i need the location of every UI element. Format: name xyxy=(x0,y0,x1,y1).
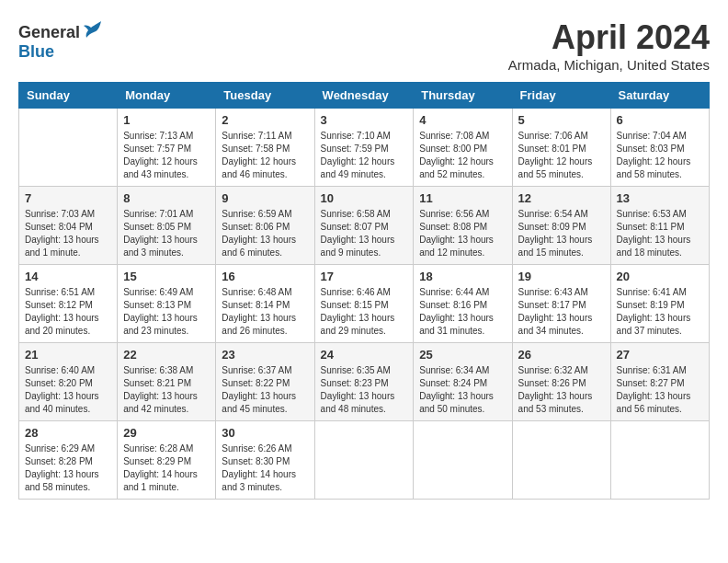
calendar-cell xyxy=(414,421,512,500)
calendar-cell: 21Sunrise: 6:40 AM Sunset: 8:20 PM Dayli… xyxy=(19,343,118,421)
day-info: Sunrise: 6:53 AM Sunset: 8:11 PM Dayligh… xyxy=(617,208,703,259)
logo-blue-text: Blue xyxy=(18,42,54,62)
calendar-table: Sunday Monday Tuesday Wednesday Thursday… xyxy=(18,82,710,500)
day-number: 8 xyxy=(123,191,210,205)
day-info: Sunrise: 7:10 AM Sunset: 7:59 PM Dayligh… xyxy=(321,130,408,181)
calendar-cell: 23Sunrise: 6:37 AM Sunset: 8:22 PM Dayli… xyxy=(216,343,314,421)
day-number: 17 xyxy=(321,270,408,283)
day-number: 21 xyxy=(25,348,111,362)
day-number: 18 xyxy=(419,270,506,283)
day-info: Sunrise: 7:03 AM Sunset: 8:04 PM Dayligh… xyxy=(25,208,111,259)
calendar-cell: 13Sunrise: 6:53 AM Sunset: 8:11 PM Dayli… xyxy=(610,187,709,265)
day-info: Sunrise: 6:31 AM Sunset: 8:27 PM Dayligh… xyxy=(617,364,703,416)
day-info: Sunrise: 6:32 AM Sunset: 8:26 PM Dayligh… xyxy=(518,364,605,416)
header-row: Sunday Monday Tuesday Wednesday Thursday… xyxy=(19,83,710,109)
col-wednesday: Wednesday xyxy=(314,83,414,109)
day-number: 27 xyxy=(617,348,703,362)
calendar-cell xyxy=(610,421,709,500)
day-number: 13 xyxy=(617,191,703,205)
month-title: April 2024 xyxy=(508,18,710,57)
calendar-cell: 12Sunrise: 6:54 AM Sunset: 8:09 PM Dayli… xyxy=(512,187,610,265)
day-number: 30 xyxy=(222,426,308,440)
title-block: April 2024 Armada, Michigan, United Stat… xyxy=(508,18,710,73)
day-number: 16 xyxy=(222,270,308,283)
col-sunday: Sunday xyxy=(19,83,118,109)
calendar-cell: 27Sunrise: 6:31 AM Sunset: 8:27 PM Dayli… xyxy=(610,343,709,421)
day-number: 19 xyxy=(518,270,605,283)
calendar-cell: 17Sunrise: 6:46 AM Sunset: 8:15 PM Dayli… xyxy=(314,265,414,343)
calendar-cell: 11Sunrise: 6:56 AM Sunset: 8:08 PM Dayli… xyxy=(414,187,512,265)
calendar-cell: 26Sunrise: 6:32 AM Sunset: 8:26 PM Dayli… xyxy=(512,343,610,421)
day-info: Sunrise: 7:01 AM Sunset: 8:05 PM Dayligh… xyxy=(123,208,210,259)
day-number: 20 xyxy=(617,270,703,283)
col-friday: Friday xyxy=(512,83,610,109)
calendar-week-row: 14Sunrise: 6:51 AM Sunset: 8:12 PM Dayli… xyxy=(19,265,710,343)
day-info: Sunrise: 6:51 AM Sunset: 8:12 PM Dayligh… xyxy=(25,286,111,338)
day-number: 6 xyxy=(617,113,703,127)
day-number: 23 xyxy=(222,348,308,362)
calendar-cell xyxy=(512,421,610,500)
calendar-cell: 25Sunrise: 6:34 AM Sunset: 8:24 PM Dayli… xyxy=(414,343,512,421)
day-number: 14 xyxy=(25,270,111,283)
calendar-cell: 4Sunrise: 7:08 AM Sunset: 8:00 PM Daylig… xyxy=(414,109,512,187)
day-info: Sunrise: 6:29 AM Sunset: 8:28 PM Dayligh… xyxy=(25,442,111,494)
day-info: Sunrise: 7:08 AM Sunset: 8:00 PM Dayligh… xyxy=(419,130,506,181)
day-number: 29 xyxy=(123,426,210,440)
col-tuesday: Tuesday xyxy=(216,83,314,109)
day-info: Sunrise: 6:40 AM Sunset: 8:20 PM Dayligh… xyxy=(25,364,111,416)
day-info: Sunrise: 6:48 AM Sunset: 8:14 PM Dayligh… xyxy=(222,286,308,338)
day-number: 25 xyxy=(419,348,506,362)
page-header: General Blue April 2024 Armada, Michigan… xyxy=(18,18,710,73)
day-number: 10 xyxy=(321,191,408,205)
day-number: 22 xyxy=(123,348,210,362)
calendar-cell: 16Sunrise: 6:48 AM Sunset: 8:14 PM Dayli… xyxy=(216,265,314,343)
calendar-cell: 30Sunrise: 6:26 AM Sunset: 8:30 PM Dayli… xyxy=(216,421,314,500)
calendar-cell xyxy=(19,109,118,187)
logo-general-text: General xyxy=(18,23,80,42)
calendar-cell: 6Sunrise: 7:04 AM Sunset: 8:03 PM Daylig… xyxy=(610,109,709,187)
calendar-cell: 2Sunrise: 7:11 AM Sunset: 7:58 PM Daylig… xyxy=(216,109,314,187)
day-number: 2 xyxy=(222,113,308,127)
calendar-cell: 10Sunrise: 6:58 AM Sunset: 8:07 PM Dayli… xyxy=(314,187,414,265)
day-number: 15 xyxy=(123,270,210,283)
day-info: Sunrise: 6:43 AM Sunset: 8:17 PM Dayligh… xyxy=(518,286,605,338)
logo-bird-icon xyxy=(82,18,104,46)
day-info: Sunrise: 6:46 AM Sunset: 8:15 PM Dayligh… xyxy=(321,286,408,338)
calendar-week-row: 21Sunrise: 6:40 AM Sunset: 8:20 PM Dayli… xyxy=(19,343,710,421)
day-number: 24 xyxy=(321,348,408,362)
day-info: Sunrise: 6:35 AM Sunset: 8:23 PM Dayligh… xyxy=(321,364,408,416)
day-info: Sunrise: 7:06 AM Sunset: 8:01 PM Dayligh… xyxy=(518,130,605,181)
location-title: Armada, Michigan, United States xyxy=(508,57,710,73)
calendar-cell: 20Sunrise: 6:41 AM Sunset: 8:19 PM Dayli… xyxy=(610,265,709,343)
day-info: Sunrise: 7:04 AM Sunset: 8:03 PM Dayligh… xyxy=(617,130,703,181)
day-number: 28 xyxy=(25,426,111,440)
calendar-week-row: 1Sunrise: 7:13 AM Sunset: 7:57 PM Daylig… xyxy=(19,109,710,187)
calendar-cell: 15Sunrise: 6:49 AM Sunset: 8:13 PM Dayli… xyxy=(118,265,216,343)
calendar-cell: 14Sunrise: 6:51 AM Sunset: 8:12 PM Dayli… xyxy=(19,265,118,343)
day-number: 4 xyxy=(419,113,506,127)
day-number: 26 xyxy=(518,348,605,362)
day-number: 3 xyxy=(321,113,408,127)
calendar-cell: 19Sunrise: 6:43 AM Sunset: 8:17 PM Dayli… xyxy=(512,265,610,343)
day-info: Sunrise: 6:54 AM Sunset: 8:09 PM Dayligh… xyxy=(518,208,605,259)
calendar-week-row: 28Sunrise: 6:29 AM Sunset: 8:28 PM Dayli… xyxy=(19,421,710,500)
calendar-cell: 29Sunrise: 6:28 AM Sunset: 8:29 PM Dayli… xyxy=(118,421,216,500)
day-info: Sunrise: 6:49 AM Sunset: 8:13 PM Dayligh… xyxy=(123,286,210,338)
col-saturday: Saturday xyxy=(610,83,709,109)
day-number: 1 xyxy=(123,113,210,127)
calendar-cell: 24Sunrise: 6:35 AM Sunset: 8:23 PM Dayli… xyxy=(314,343,414,421)
calendar-cell: 18Sunrise: 6:44 AM Sunset: 8:16 PM Dayli… xyxy=(414,265,512,343)
day-number: 11 xyxy=(419,191,506,205)
calendar-cell: 9Sunrise: 6:59 AM Sunset: 8:06 PM Daylig… xyxy=(216,187,314,265)
day-number: 5 xyxy=(518,113,605,127)
calendar-cell: 7Sunrise: 7:03 AM Sunset: 8:04 PM Daylig… xyxy=(19,187,118,265)
day-info: Sunrise: 6:58 AM Sunset: 8:07 PM Dayligh… xyxy=(321,208,408,259)
calendar-cell: 28Sunrise: 6:29 AM Sunset: 8:28 PM Dayli… xyxy=(19,421,118,500)
day-info: Sunrise: 6:59 AM Sunset: 8:06 PM Dayligh… xyxy=(222,208,308,259)
col-thursday: Thursday xyxy=(414,83,512,109)
day-info: Sunrise: 6:37 AM Sunset: 8:22 PM Dayligh… xyxy=(222,364,308,416)
day-info: Sunrise: 6:41 AM Sunset: 8:19 PM Dayligh… xyxy=(617,286,703,338)
calendar-cell: 8Sunrise: 7:01 AM Sunset: 8:05 PM Daylig… xyxy=(118,187,216,265)
logo: General Blue xyxy=(18,18,104,62)
day-info: Sunrise: 7:11 AM Sunset: 7:58 PM Dayligh… xyxy=(222,130,308,181)
